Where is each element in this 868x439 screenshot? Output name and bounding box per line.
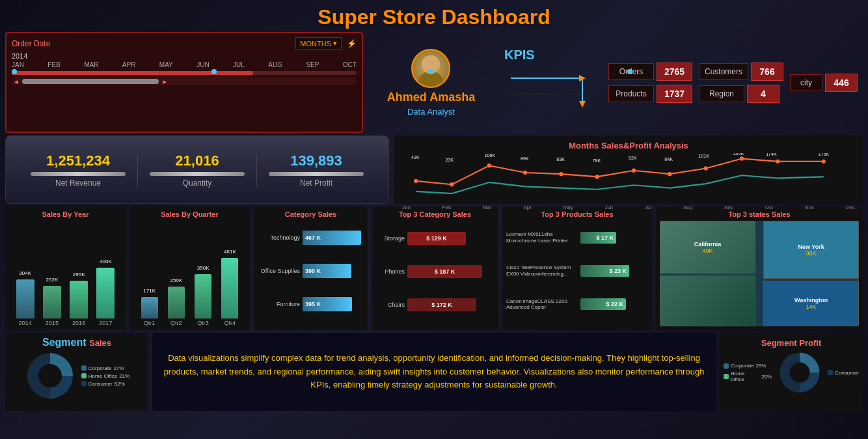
svg-point-33 [789,362,809,382]
top3-products-chart: Top 3 Products Sales Lexmark MX611dhe Mo… [502,206,652,330]
timeline-bar[interactable] [12,71,357,75]
customers-kpi: Customers 766 [699,63,783,81]
svg-text:89K: 89K [521,155,529,161]
bar-qtr3: 350K Qtr3 [195,274,211,326]
chart-months: Jan Feb Mar Apr May Jun Jul Aug Sep Oct … [400,205,858,210]
sales-year-bars: 304K 2014 252K 2015 295K 2016 [9,221,122,326]
quantity-label: Quantity [138,178,256,188]
segment-profit-title: Segment Profit [724,337,859,348]
top-section: Order Date MONTHS ▾ ⚡ 2014 JAN FEB MAR A… [0,32,868,133]
revenue-value: 1,251,234 [19,152,137,169]
svg-point-22 [487,163,491,167]
top3-chairs: Chairs $ 172 K [375,298,495,311]
bar-2016: 295K 2016 [70,281,88,326]
monthly-chart-panel: Months Sales&Profit Analysis 42K 23K 106… [394,135,863,204]
kpis-label: KPIS [504,48,535,63]
bottom-section: Segment Sales Corporate 27% [5,333,863,411]
segment-sales-legend: Corporate 27% Home Office 21% Consumer 5… [81,365,129,387]
top3-category-title: Top 3 Category Sales [375,210,495,218]
months-row: JAN FEB MAR APR MAY JUN JUL AUG SEP OCT [12,61,357,68]
svg-text:83K: 83K [556,156,565,162]
category-sales-chart: Category Sales Technology 467 K Office S… [254,206,368,330]
profit-label: Net Profit [257,178,375,188]
date-filter-panel: Order Date MONTHS ▾ ⚡ 2014 JAN FEB MAR A… [5,32,363,133]
top3-products-title: Top 3 Products Sales [506,210,648,218]
months-button[interactable]: MONTHS ▾ [295,37,342,50]
segment-profit-legend-left: Corporate 29% Home Office 20% [724,363,772,382]
svg-text:84K: 84K [664,156,673,162]
svg-text:92K: 92K [629,154,637,160]
customers-value: 766 [751,63,783,81]
svg-point-30 [776,160,780,163]
bar-qtr1: 171K Qtr1 [141,297,158,326]
svg-text:205K: 205K [733,153,744,156]
product-canon: Canon imageCLASS 2200 Advanced Copier $ … [506,298,648,311]
sales-by-quarter-chart: Sales By Quarter 171K Qtr1 250K Qtr2 [129,206,250,330]
products-kpi: Products 1737 [608,85,692,103]
revenue-metric: 1,251,234 Net Revenue [19,152,137,188]
kpi-boxes-3: city 446 [790,74,858,92]
kpi-diagram-svg [504,65,602,117]
sales-quarter-title: Sales By Quarter [133,210,246,218]
timeline-scrollbar[interactable]: ◄ ► [12,78,357,85]
top3-states-chart: Top 3 states Sales California 40K New Yo… [656,206,863,330]
region-kpi: Region 4 [699,85,783,103]
category-sales-title: Category Sales [258,210,364,218]
bar-2015: 252K 2015 [43,286,61,326]
bar-qtr4: 481K Qtr4 [221,258,238,326]
orders-value: 2765 [657,63,692,81]
bar-2017: 400K 2017 [96,268,115,326]
svg-marker-5 [579,101,586,107]
svg-point-20 [414,179,418,183]
profit-metric: 139,893 Net Profit [257,152,375,188]
segment-profit-panel: Segment Profit Corporate 29% Home Office… [720,333,863,411]
segment-profit-chart: Corporate 29% Home Office 20% [724,350,859,395]
region-label: Region [699,85,744,102]
svg-point-21 [450,182,454,186]
top3-category-chart: Top 3 Category Sales Storage $ 129 K Pho… [372,206,498,330]
svg-text:42K: 42K [411,154,420,160]
category-bars: Technology 467 K Office Supplies 390 K F… [258,221,364,326]
svg-point-32 [38,364,62,388]
svg-point-31 [822,160,826,163]
state-california-bottom [660,276,755,326]
svg-text:23K: 23K [445,157,454,163]
metrics-row: 1,251,234 Net Revenue 21,016 Quantity 13… [5,135,863,204]
cat-technology: Technology 467 K [258,231,364,245]
segment-sales-chart: Corporate 27% Home Office 21% Consumer 5… [9,350,144,402]
products-value: 1737 [657,85,692,103]
cat-furniture: Furniture 395 K [258,297,364,311]
svg-point-28 [704,166,708,170]
city-value: 446 [825,74,858,92]
filter-icon: ⚡ [347,39,357,48]
svg-point-24 [559,172,563,176]
dashboard-title: Super Store Dashboard [0,0,868,32]
bar-qtr2: 250K Qtr2 [168,287,185,326]
state-newyork: New York 38K [763,221,859,279]
segment-profit-legend-right: Consumer [828,370,859,376]
kpi-boxes: Orders 2765 Products 1737 [608,63,692,103]
svg-point-25 [595,175,599,178]
kpi-section: KPIS Orders 2765 Products [499,32,863,133]
city-label: city [790,74,822,91]
svg-text:106K: 106K [485,153,496,158]
segment-sales-pie [24,350,76,402]
svg-point-26 [632,169,636,173]
city-kpi: city 446 [790,74,858,92]
kpi-arrow-diagram: KPIS [504,48,602,117]
date-filter-label: Order Date [12,39,50,48]
description-text: Data visualizations simplify complex dat… [163,352,705,392]
top3-phones: Phones $ 187 K [375,265,495,278]
svg-point-27 [668,172,671,176]
top3-storage: Storage $ 129 K [375,232,495,245]
orders-kpi: Orders 2765 [608,63,692,81]
product-cisco: Cisco TelePresence System EX90 Videoconf… [506,264,648,277]
svg-text:175K: 175K [819,153,830,157]
profile-section: Ahmed Amasha Data Analyst [368,32,494,133]
bar-2014: 304K 2014 [16,279,34,326]
segment-profit-pie [777,350,822,395]
quantity-metric: 21,016 Quantity [138,152,256,188]
region-value: 4 [747,85,780,103]
description-panel: Data visualizations simplify complex dat… [152,333,716,411]
monthly-chart-svg: 42K 23K 106K 89K 83K 78K 92K 84K 101K 20… [400,153,858,202]
